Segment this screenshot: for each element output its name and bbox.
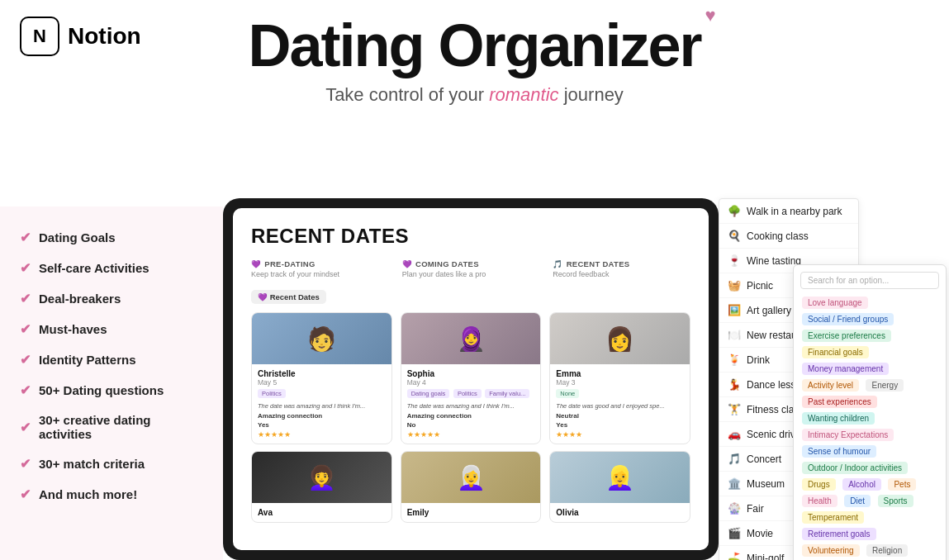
check-icon: ✔	[20, 260, 31, 276]
date-card-sophia: 🧕 Sophia May 4 Dating goals Politics Fam…	[401, 312, 542, 444]
check-icon: ✔	[20, 291, 31, 306]
sidebar-item-dating-goals: ✔ Dating Goals	[20, 230, 203, 245]
tag-social-groups[interactable]: Social / Friend groups	[802, 313, 894, 325]
tag-alcohol[interactable]: Alcohol	[842, 478, 881, 491]
tablet-screen: RECENT DATES 💜PRE-DATING Keep track of y…	[233, 208, 709, 550]
tag-sports[interactable]: Sports	[878, 495, 913, 507]
check-icon: ✔	[20, 321, 31, 337]
hero-section: Dating Organizer ♥ Take control of your …	[0, 15, 949, 106]
date-card-emma: 👩 Emma May 3 None The date was good and …	[549, 312, 690, 444]
card-image-1: 🧑	[252, 313, 391, 364]
tag-drugs[interactable]: Drugs	[802, 478, 836, 491]
date-card-olivia: 👱‍♀️ Olivia	[549, 451, 690, 523]
sidebar-item-selfcare: ✔ Self-care Activities	[20, 260, 203, 276]
tags-container: Love language Social / Friend groups Exe…	[800, 294, 939, 558]
sidebar-item-more: ✔ And much more!	[20, 486, 203, 502]
check-icon: ✔	[20, 456, 31, 472]
sidebar-item-criteria: ✔ 30+ match criteria	[20, 456, 203, 472]
sidebar-item-questions: ✔ 50+ Dating questions	[20, 382, 203, 398]
check-icon: ✔	[20, 420, 31, 435]
activity-park[interactable]: 🌳 Walk in a nearby park	[719, 199, 858, 224]
date-card-ava: 👩‍🦱 Ava	[251, 451, 392, 523]
tag-wanting-children[interactable]: Wanting children	[802, 412, 875, 425]
tag-money-management[interactable]: Money management	[802, 363, 889, 375]
check-icon: ✔	[20, 352, 31, 368]
activity-cooking[interactable]: 🍳 Cooking class	[719, 224, 858, 249]
option-tags-panel: Search for an option... Love language So…	[793, 264, 947, 560]
card-image-5: 👩‍🦳	[401, 452, 541, 503]
sidebar-item-identity: ✔ Identity Patterns	[20, 352, 203, 368]
hero-title: Dating Organizer	[248, 12, 700, 78]
cards-row-1: 🧑 Christelle May 5 Politics The date was…	[251, 312, 690, 444]
tag-activity-level[interactable]: Activity level	[802, 379, 859, 392]
tag-love-language[interactable]: Love language	[802, 297, 868, 309]
tag-intimacy[interactable]: Intimacy Expectations	[802, 429, 894, 441]
section-title: RECENT DATES	[251, 225, 690, 248]
tablet-mockup: RECENT DATES 💜PRE-DATING Keep track of y…	[223, 198, 719, 560]
columns-header: 💜PRE-DATING Keep track of your mindset 💜…	[251, 259, 690, 278]
tag-retirement[interactable]: Retirement goals	[802, 528, 876, 540]
card-image-2: 🧕	[401, 313, 541, 364]
recent-dates-tab[interactable]: 💜 Recent Dates	[251, 290, 326, 304]
tag-diet[interactable]: Diet	[844, 495, 871, 507]
date-card-christelle: 🧑 Christelle May 5 Politics The date was…	[251, 312, 392, 444]
col-coming-dates: 💜COMING DATES Plan your dates like a pro	[402, 259, 540, 278]
card-image-4: 👩‍🦱	[252, 452, 391, 503]
date-card-emily: 👩‍🦳 Emily	[401, 451, 542, 523]
tag-temperament[interactable]: Temperament	[802, 511, 864, 524]
tag-pets[interactable]: Pets	[888, 478, 916, 491]
tag-health[interactable]: Health	[802, 495, 837, 507]
cards-row-2: 👩‍🦱 Ava 👩‍🦳 Emily 👱‍♀️	[251, 451, 690, 523]
sidebar-item-musthaves: ✔ Must-haves	[20, 321, 203, 337]
search-option-input[interactable]: Search for an option...	[800, 272, 939, 289]
tag-volunteering[interactable]: Volunteering	[802, 544, 860, 557]
check-icon: ✔	[20, 486, 31, 502]
tag-outdoor-indoor[interactable]: Outdoor / Indoor activities	[802, 462, 908, 474]
tag-energy[interactable]: Energy	[866, 379, 904, 392]
col-pre-dating: 💜PRE-DATING Keep track of your mindset	[251, 259, 389, 278]
tab-row: 💜 Recent Dates	[251, 288, 690, 304]
left-sidebar: ✔ Dating Goals ✔ Self-care Activities ✔ …	[0, 206, 223, 560]
check-icon: ✔	[20, 382, 31, 398]
col-recent-dates: 🎵RECENT DATES Record feedback	[553, 259, 690, 278]
card-image-3: 👩	[550, 313, 690, 364]
tag-humour[interactable]: Sense of humour	[802, 445, 876, 458]
tag-financial-goals[interactable]: Financial goals	[802, 346, 869, 358]
card-image-6: 👱‍♀️	[550, 452, 690, 503]
tag-past-experiences[interactable]: Past experiences	[802, 396, 877, 408]
sidebar-item-activities: ✔ 30+ creative dating activities	[20, 413, 203, 441]
check-icon: ✔	[20, 230, 31, 245]
tag-religion[interactable]: Religion	[866, 544, 908, 557]
tag-exercise[interactable]: Exercise preferences	[802, 330, 891, 342]
sidebar-item-dealbreakers: ✔ Deal-breakers	[20, 291, 203, 306]
